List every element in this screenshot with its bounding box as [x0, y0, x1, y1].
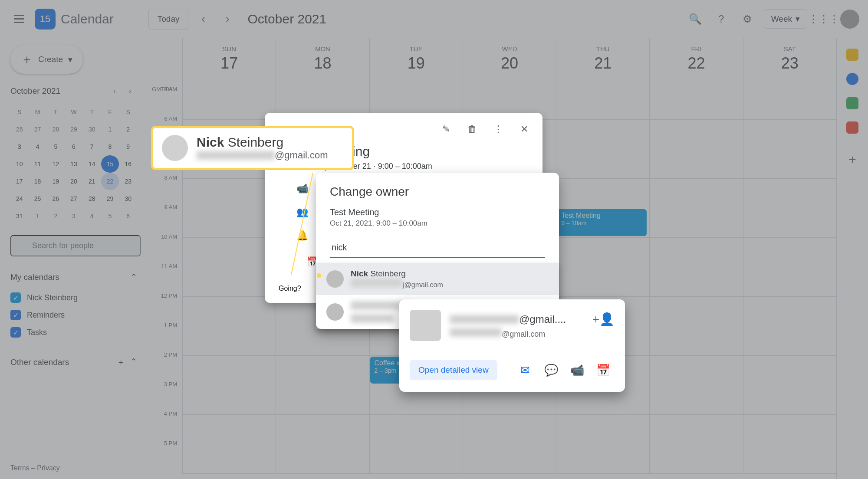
suggestion-avatar — [326, 303, 344, 321]
contact-main-email: @gmail.... — [519, 313, 566, 325]
close-icon[interactable]: ✕ — [513, 118, 536, 141]
suggestion-sub — [351, 314, 394, 323]
add-contact-icon[interactable]: +👤 — [592, 312, 615, 326]
edit-event-icon[interactable]: ✎ — [435, 118, 457, 141]
delete-event-icon[interactable]: 🗑 — [461, 118, 483, 141]
highlight-callout: Nick Steinberg @gmail.com — [151, 126, 354, 170]
new-owner-input[interactable] — [330, 238, 545, 258]
schedule-icon[interactable]: 📅 — [592, 359, 615, 381]
event-options-icon[interactable]: ⋮ — [487, 118, 510, 141]
suggestion-avatar — [326, 270, 344, 288]
callout-avatar — [162, 135, 188, 161]
callout-dot — [317, 273, 321, 278]
email-icon[interactable]: ✉ — [514, 359, 536, 381]
video-call-icon[interactable]: 📹 — [566, 359, 589, 381]
suggestion-email: j@gmail.com — [351, 279, 549, 289]
going-label: Going? — [279, 285, 301, 292]
contact-sub-email: @gmail.com — [450, 328, 615, 339]
people-icon: 👥 — [296, 207, 308, 218]
suggestion-name: Nick Steinberg — [351, 269, 549, 279]
owner-suggestion[interactable]: Nick Steinberg j@gmail.com — [316, 263, 559, 295]
open-detailed-view-button[interactable]: Open detailed view — [410, 360, 497, 380]
video-icon: 📹 — [296, 183, 308, 194]
callout-name: Nick Steinberg — [197, 135, 328, 150]
contact-hover-card: @gmail.... +👤 @gmail.com Open detailed v… — [399, 299, 625, 392]
dialog-event-date: Oct 21, 2021, 9:00 – 10:00am — [316, 219, 559, 228]
chat-icon[interactable]: 💬 — [540, 359, 562, 381]
callout-email: @gmail.com — [197, 150, 328, 161]
dialog-event-name: Test Meeting — [316, 207, 559, 217]
contact-avatar — [410, 310, 441, 341]
dialog-title: Change owner — [316, 185, 559, 199]
